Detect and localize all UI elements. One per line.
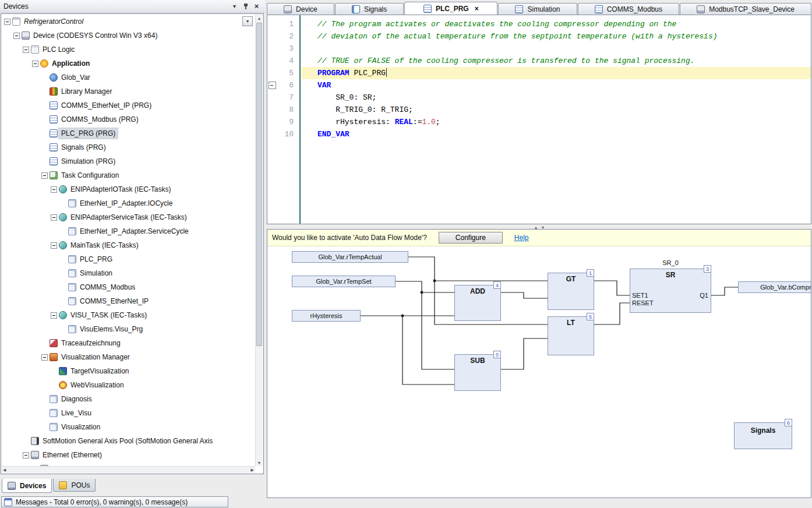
tree-item[interactable]: VISU_TASK (IEC-Tasks)	[2, 308, 255, 322]
tree-item[interactable]: WebVisualization	[2, 378, 255, 392]
panel-tab-pous[interactable]: POUs	[53, 479, 96, 492]
tree-item[interactable]: Live_Visu	[2, 406, 255, 420]
tree-item[interactable]: EtherNet_IP_Adapter.IOCycle	[2, 196, 255, 210]
tree-item-label[interactable]: Live_Visu	[59, 408, 94, 418]
fbd-canvas[interactable]: Glob_Var.rTempActualGlob_Var.rTempSetrHy…	[267, 246, 811, 498]
help-link[interactable]: Help	[514, 234, 529, 242]
tree-item-label[interactable]: SoftMotion General Axis Pool (SoftMotion…	[40, 436, 215, 446]
tree-vertical-scrollbar[interactable]	[255, 15, 263, 466]
tree-item[interactable]: Library Manager	[2, 84, 255, 98]
tree-item-label[interactable]: Diagnosis	[59, 394, 94, 404]
code-line[interactable]: 6VAR	[267, 79, 811, 91]
tree-item-label[interactable]: WebVisualization	[68, 380, 126, 390]
editor-tab-simulation[interactable]: Simulation	[498, 3, 577, 15]
tree-item-label[interactable]: PLC Logic	[40, 44, 77, 55]
tree-item-label[interactable]: ENIPAdapterIOTask (IEC-Tasks)	[68, 184, 174, 195]
tree-expander[interactable]	[41, 354, 48, 361]
messages-bar[interactable]: Messages - Total 0 error(s), 0 warning(s…	[1, 496, 228, 507]
tree-item-label[interactable]: VISU_TASK (IEC-Tasks)	[68, 310, 149, 320]
fbd-block-add[interactable]: ADD	[454, 285, 501, 321]
editor-tab-device[interactable]: Device	[267, 3, 334, 15]
tree-item-label[interactable]: Task Configuration	[59, 170, 121, 181]
tree-item-label[interactable]: Glob_Var	[59, 72, 93, 83]
tree-item[interactable]: MainTask (IEC-Tasks)	[2, 238, 255, 252]
tree-expander[interactable]	[13, 33, 20, 39]
code-line[interactable]: 8 R_TRIG_0: R_TRIG;	[267, 104, 811, 116]
fbd-block-gt[interactable]: GT	[548, 273, 594, 310]
tree-item-label[interactable]: EtherNet_IP_Adapter.ServiceCycle	[77, 226, 191, 237]
tree-item[interactable]: COMMS_EtherNet_IP (PRG)	[2, 98, 255, 112]
scrollbar-thumb[interactable]	[256, 23, 262, 346]
code-line[interactable]: 10END_VAR	[267, 128, 811, 140]
fbd-block-lt[interactable]: LT	[548, 316, 594, 355]
tree-item-label[interactable]: Simulation (PRG)	[59, 156, 118, 167]
close-panel-icon[interactable]	[252, 1, 262, 11]
scroll-right-icon[interactable]	[251, 468, 255, 472]
tree-item[interactable]: ENIPAdapterServiceTask (IEC-Tasks)	[2, 210, 255, 224]
tree-item[interactable]: Glob_Var	[2, 70, 255, 84]
tree-item[interactable]: Diagnosis	[2, 392, 255, 406]
editor-tab-modbustcp-slave-device[interactable]: ModbusTCP_Slave_Device	[680, 3, 811, 15]
pane-splitter[interactable]	[267, 224, 812, 229]
tree-item-label[interactable]: Application	[50, 58, 92, 69]
code-line[interactable]: 3	[267, 43, 811, 55]
tree-item-label[interactable]: PLC_PRG	[77, 254, 115, 264]
tree-item[interactable]: EtherNet_IP_Adapter (EtherNet/IP Adapter…	[2, 462, 255, 466]
editor-tab-signals[interactable]: Signals	[335, 3, 404, 15]
fbd-block-sub[interactable]: SUB	[454, 354, 501, 391]
tree-expander[interactable]	[51, 214, 57, 221]
tree-item-label[interactable]: Signals (PRG)	[59, 142, 108, 153]
tree-item-label[interactable]: Visualization	[59, 422, 103, 432]
fbd-io-box[interactable]: Glob_Var.rTempActual	[292, 251, 408, 263]
tree-item[interactable]: Simulation (PRG)	[2, 154, 255, 168]
tree-expander[interactable]	[51, 186, 57, 193]
tree-item-label[interactable]: Visualization Manager	[59, 352, 132, 362]
tree-item[interactable]: SoftMotion General Axis Pool (SoftMotion…	[2, 434, 255, 448]
tree-item-label[interactable]: Ethernet (Ethernet)	[40, 450, 104, 460]
tree-item-label[interactable]: COMMS_Modbus	[77, 282, 137, 292]
scroll-up-icon[interactable]	[256, 15, 263, 22]
tree-item-label[interactable]: COMMS_EtherNet_IP (PRG)	[59, 100, 154, 111]
tree-item-label[interactable]: COMMS_EtherNet_IP	[77, 296, 151, 306]
tree-item[interactable]: COMMS_Modbus	[2, 280, 255, 294]
tree-item[interactable]: Signals (PRG)	[2, 140, 255, 154]
code-line[interactable]: 7 SR_0: SR;	[267, 91, 811, 104]
close-tab-icon[interactable]: ×	[475, 5, 479, 13]
tree-item-label[interactable]: MainTask (IEC-Tasks)	[68, 240, 141, 251]
tree-item[interactable]: COMMS_EtherNet_IP	[2, 294, 255, 308]
scroll-left-icon[interactable]	[2, 468, 6, 472]
code-line[interactable]: 5PROGRAM PLC_PRG	[267, 67, 811, 79]
tree-item[interactable]: RefrigeratorControl▾	[2, 15, 255, 29]
code-line[interactable]: 9 rHysteresis: REAL:=1.0;	[267, 116, 811, 128]
tree-item[interactable]: Visualization	[2, 420, 255, 434]
tree-item-label[interactable]: TargetVisualization	[68, 366, 132, 376]
tree-item-label[interactable]: COMMS_Modbus (PRG)	[59, 114, 141, 125]
tree-expander[interactable]	[51, 312, 57, 319]
tree-item[interactable]: Task Configuration	[2, 168, 255, 182]
tree-item[interactable]: COMMS_Modbus (PRG)	[2, 112, 255, 126]
project-combo-dropdown[interactable]: ▾	[242, 16, 253, 26]
tree-item[interactable]: Visualization Manager	[2, 350, 255, 364]
tree-expander[interactable]	[51, 242, 57, 249]
panel-tab-devices[interactable]: Devices	[2, 479, 52, 493]
fbd-io-box[interactable]: Glob_Var.bCompre	[738, 281, 811, 293]
tree-item[interactable]: Device (CODESYS Control Win V3 x64)	[2, 29, 255, 43]
tree-horizontal-scrollbar[interactable]	[2, 466, 255, 473]
tree-item[interactable]: Traceaufzeichnung	[2, 336, 255, 350]
tree-item-label[interactable]: Library Manager	[59, 86, 114, 97]
code-editor[interactable]: 1// The program activates or deactivates…	[267, 15, 811, 224]
window-menu-dropdown-icon[interactable]	[230, 1, 239, 11]
fold-toggle[interactable]	[267, 79, 277, 91]
fbd-block-signals[interactable]: Signals	[734, 422, 792, 449]
tree-expander[interactable]	[23, 452, 29, 458]
tree-expander[interactable]	[4, 19, 10, 25]
tree-item-label[interactable]: RefrigeratorControl	[22, 16, 86, 27]
fbd-io-box[interactable]: rHysteresis	[292, 310, 361, 322]
tree-item[interactable]: PLC_PRG	[2, 252, 255, 266]
tree-item[interactable]: Simulation	[2, 266, 255, 280]
tree-item-label[interactable]: Simulation	[77, 268, 115, 278]
tree-item-label[interactable]: VisuElems.Visu_Prg	[77, 324, 145, 334]
code-line[interactable]: 1// The program activates or deactivates…	[267, 18, 811, 30]
tree-item[interactable]: Application	[2, 57, 255, 70]
tree-item[interactable]: EtherNet_IP_Adapter.ServiceCycle	[2, 224, 255, 238]
